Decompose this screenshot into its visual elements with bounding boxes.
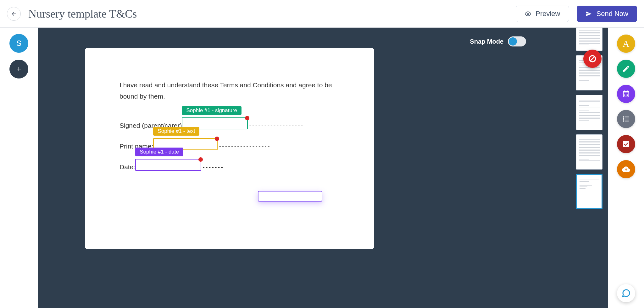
signer-avatar[interactable]: S [9,34,28,53]
required-dot [215,137,219,141]
calendar-icon [622,90,630,98]
preview-label: Preview [536,10,560,18]
date-box[interactable] [135,159,201,171]
thumb-page-3[interactable] [576,95,602,130]
thumb-page-1[interactable] [576,28,602,51]
pencil-icon [622,65,630,73]
text-tag: Sophie #1 - text [153,127,199,136]
toggle-knob [509,37,517,46]
tool-upload[interactable] [617,160,635,178]
tool-checkbox[interactable] [617,135,635,153]
cancel-icon [588,55,597,63]
svg-rect-5 [625,116,629,117]
tool-dropdown[interactable] [617,110,635,128]
dash-line: ----------------- [219,143,270,150]
arrow-left-icon [11,11,17,17]
snap-label: Snap Mode [470,38,503,45]
tool-text[interactable]: A [617,35,635,53]
dash-line: ------------------ [249,122,304,129]
dash-line: ------- [203,164,224,171]
list-icon [622,115,630,123]
send-now-button[interactable]: Send Now [577,6,637,22]
cloud-upload-icon [622,165,630,173]
right-rail: A [608,28,644,308]
thumb-page-4[interactable] [576,134,602,170]
send-label: Send Now [596,10,628,18]
tool-date[interactable] [617,85,635,103]
chat-icon [621,289,631,298]
cancel-field-button[interactable] [583,50,602,68]
svg-line-3 [591,57,595,61]
text-icon: A [623,38,630,49]
date-field[interactable]: Sophie #1 - date [135,159,201,171]
page-title: Nursery template T&Cs [28,7,137,20]
canvas: Snap Mode I have read and understand the… [38,28,608,308]
placing-field-ghost[interactable] [258,191,322,202]
left-rail: S + [0,28,38,308]
chat-support-button[interactable] [617,284,635,302]
back-button[interactable] [7,7,21,21]
thumb-page-5[interactable] [576,174,602,209]
main: S + Snap Mode I have read and understand… [0,28,644,308]
date-label: Date: [119,163,135,171]
date-tag: Sophie #1 - date [135,148,183,156]
consent-text: I have read and understand these Terms a… [119,79,340,102]
checkbox-icon [622,140,630,148]
preview-button[interactable]: Preview [516,6,569,22]
svg-rect-9 [625,121,629,121]
required-dot [245,116,249,120]
snap-mode-toggle[interactable] [508,36,526,46]
paper-plane-icon [586,11,592,17]
header: Nursery template T&Cs Preview Send Now [0,0,644,28]
required-dot [198,157,203,162]
svg-point-8 [623,120,624,122]
svg-point-1 [527,13,529,14]
svg-point-4 [623,116,624,117]
tool-signature[interactable] [617,60,635,78]
document-page[interactable]: I have read and understand these Terms a… [85,48,374,249]
page-thumbnails [572,28,608,308]
add-signer-button[interactable]: + [9,60,28,78]
eye-icon [525,11,531,17]
svg-point-6 [623,118,624,120]
snap-mode-row: Snap Mode [470,36,526,46]
svg-rect-7 [625,119,629,119]
signature-tag: Sophie #1 - signature [182,106,242,115]
